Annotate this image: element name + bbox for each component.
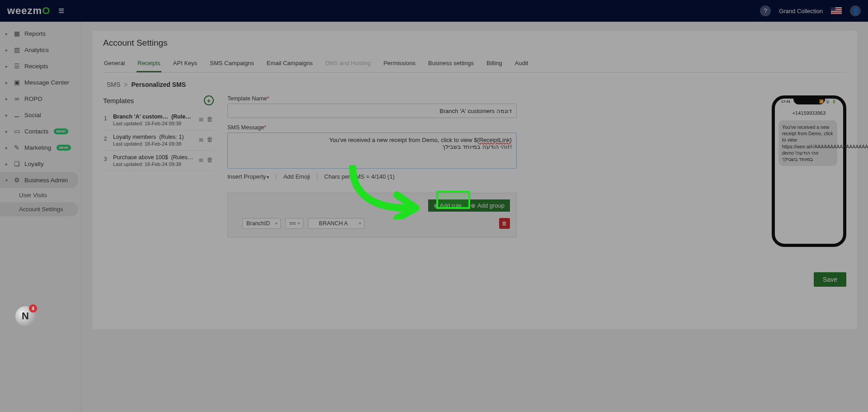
add-rule-button[interactable]: ⊕ Add rule xyxy=(428,199,467,212)
tabs-bar: General Receipts API Keys SMS Campaigns … xyxy=(103,56,846,73)
new-badge: NEW! xyxy=(57,145,71,151)
help-icon[interactable]: ? xyxy=(760,5,771,16)
insert-property-button[interactable]: Insert Property▾ xyxy=(227,173,269,180)
notes-count: 8 xyxy=(29,304,37,313)
nav-contacts[interactable]: ▸▭ContactsNEW! xyxy=(0,123,81,139)
tab-dns-hosting[interactable]: DNS and Hosting xyxy=(325,56,372,72)
nav-message-center[interactable]: ▸▣Message Center xyxy=(0,74,81,90)
receipts-icon: ☰ xyxy=(13,62,21,70)
msg-hebrew: !זוהי הודעה במיוחד בשבילך xyxy=(442,143,512,150)
notes-letter: N xyxy=(22,310,29,322)
logo-accent: O xyxy=(42,5,50,17)
breadcrumb: SMS > Personalized SMS xyxy=(107,81,846,88)
account-name[interactable]: Grand Collection xyxy=(779,8,823,14)
tab-general[interactable]: General xyxy=(103,56,126,72)
nav-marketing[interactable]: ▸✎MarketingNEW! xyxy=(0,139,81,156)
template-row[interactable]: 2 Loyalty members (Rules: 1) Last update… xyxy=(103,130,214,151)
flag-icon[interactable] xyxy=(831,7,842,14)
template-rules: (Rules: 1) xyxy=(171,114,194,120)
template-index: 2 xyxy=(104,134,108,142)
nav-label: Receipts xyxy=(24,63,48,70)
reorder-icon[interactable]: ≣ xyxy=(198,115,204,123)
nav-reports[interactable]: ▸▦Reports xyxy=(0,25,81,42)
tab-api-keys[interactable]: API Keys xyxy=(172,56,198,72)
sms-message-input[interactable]: You've received a new receipt from Demo,… xyxy=(227,133,517,169)
template-name-input[interactable] xyxy=(227,104,517,118)
left-sidebar: ▸▦Reports ▸▥Analytics ▸☰Receipts ▸▣Messa… xyxy=(0,22,81,412)
phone-preview: 17:41 📶 📡 🔋 +14159933963 You've received… xyxy=(772,95,846,247)
rule-row: BranchID▾ ==▾ BRANCH A▾ 🗑 xyxy=(234,218,510,229)
nav-label: Reports xyxy=(24,30,46,37)
rule-field-select[interactable]: BranchID▾ xyxy=(242,218,281,229)
nav-social[interactable]: ▸⚊Social xyxy=(0,107,81,123)
nav-business-admin[interactable]: ▾⚙Business Admin xyxy=(0,172,78,188)
logo: weezmO xyxy=(7,5,50,17)
template-index: 3 xyxy=(104,154,108,162)
template-row[interactable]: 3 Purchase above 100$ (Rules: 1) Last up… xyxy=(103,151,214,171)
profile-icon[interactable]: 👤 xyxy=(850,5,861,16)
tab-audit[interactable]: Audit xyxy=(514,56,529,72)
message-icon: ▣ xyxy=(13,79,21,86)
delete-icon[interactable]: 🗑 xyxy=(207,136,213,143)
template-name: Branch 'A' custom… xyxy=(113,114,168,120)
template-name-label: Template Name xyxy=(227,95,267,102)
reports-icon: ▦ xyxy=(13,30,21,37)
msg-placeholder: ReceiptLink xyxy=(479,137,510,143)
nav-label: Marketing xyxy=(24,144,51,151)
phone-number: +14159933963 xyxy=(778,110,840,116)
template-name: Loyalty members xyxy=(113,134,156,140)
editor-column: Template Name* SMS Message* You've recei… xyxy=(227,95,517,247)
tab-billing[interactable]: Billing xyxy=(486,56,503,72)
add-emoji-button[interactable]: Add Emoji xyxy=(283,173,310,180)
save-button[interactable]: Save xyxy=(814,272,846,287)
template-row[interactable]: 1 Branch 'A' custom… (Rules: 1) Last upd… xyxy=(103,110,214,130)
notes-badge[interactable]: N 8 xyxy=(15,306,35,326)
templates-column: Templates + 1 Branch 'A' custom… (Rules:… xyxy=(103,95,214,247)
tab-email-campaigns[interactable]: Email Campaigns xyxy=(266,56,314,72)
template-updated: Last updated: 18-Feb-24 09:38 xyxy=(113,161,194,167)
rule-operator-select[interactable]: ==▾ xyxy=(285,218,303,229)
delete-icon[interactable]: 🗑 xyxy=(207,115,213,123)
reorder-icon[interactable]: ≣ xyxy=(198,136,204,143)
menu-icon[interactable]: ≡ xyxy=(58,5,64,17)
chars-value: 4/140 (1) xyxy=(371,173,395,180)
tab-permissions[interactable]: Permissions xyxy=(382,56,416,72)
nav-receipts[interactable]: ▸☰Receipts xyxy=(0,58,81,74)
main-area: Account Settings General Receipts API Ke… xyxy=(81,22,868,412)
tab-business-settings[interactable]: Business settings xyxy=(427,56,475,72)
loyalty-icon: ❏ xyxy=(13,160,21,167)
admin-icon: ⚙ xyxy=(13,176,21,184)
add-template-button[interactable]: + xyxy=(204,95,214,105)
template-name: Purchase above 100$ xyxy=(113,154,168,161)
sms-bubble: You've received a new receipt from Demo,… xyxy=(778,120,837,166)
reorder-icon[interactable]: ≣ xyxy=(198,156,204,163)
page-title: Account Settings xyxy=(103,38,846,48)
delete-icon[interactable]: 🗑 xyxy=(207,156,213,163)
breadcrumb-sep: > xyxy=(124,81,127,88)
subnav-user-visits[interactable]: User Visits xyxy=(0,188,78,202)
marketing-icon: ✎ xyxy=(13,144,21,151)
template-index: 1 xyxy=(104,114,108,122)
preview-column: 17:41 📶 📡 🔋 +14159933963 You've received… xyxy=(747,95,846,247)
rule-value-select[interactable]: BRANCH A▾ xyxy=(308,218,364,229)
top-app-bar: weezmO ≡ ? Grand Collection 👤 xyxy=(0,0,868,22)
phone-time: 17:41 xyxy=(781,99,790,104)
subnav-account-settings[interactable]: Account Settings xyxy=(0,202,78,216)
msg-text: You've received a new receipt from Demo,… xyxy=(329,137,479,143)
analytics-icon: ▥ xyxy=(13,46,21,53)
nav-analytics[interactable]: ▸▥Analytics xyxy=(0,42,81,58)
tab-sms-campaigns[interactable]: SMS Campaigns xyxy=(209,56,255,72)
logo-text: weezm xyxy=(7,5,42,17)
nav-ropo[interactable]: ▸∞ROPO xyxy=(0,90,81,107)
nav-loyalty[interactable]: ▸❏Loyalty xyxy=(0,156,81,172)
add-group-button[interactable]: ⊕ Add group xyxy=(467,199,510,212)
breadcrumb-root[interactable]: SMS xyxy=(107,81,120,88)
template-rules: (Rules: 1) xyxy=(171,154,194,161)
new-badge: NEW! xyxy=(54,128,68,134)
nav-label: Loyalty xyxy=(24,161,44,167)
tab-receipts[interactable]: Receipts xyxy=(137,56,161,72)
delete-rule-button[interactable]: 🗑 xyxy=(499,218,510,229)
contacts-icon: ▭ xyxy=(13,128,21,135)
rules-box: ⊕ Add rule ⊕ Add group BranchID▾ ==▾ BRA… xyxy=(227,193,517,237)
template-updated: Last updated: 18-Feb-24 09:38 xyxy=(113,121,194,126)
